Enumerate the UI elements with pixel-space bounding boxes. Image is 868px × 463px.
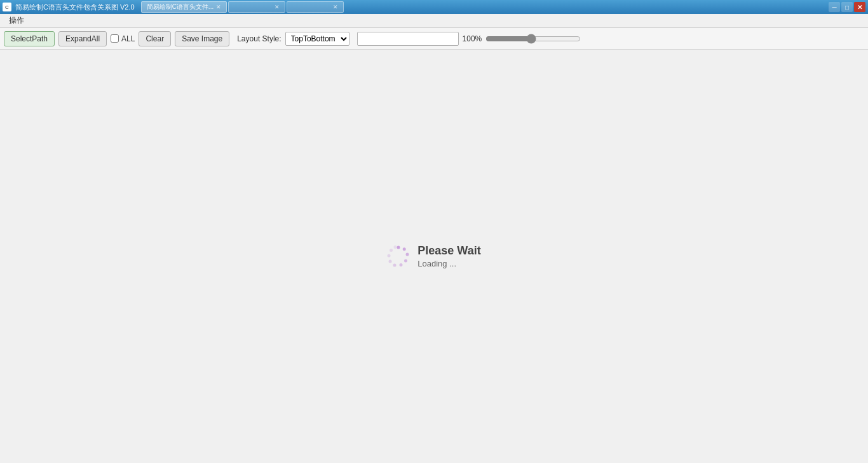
svg-point-1 [403,247,406,251]
loading-spinner [387,245,410,268]
title-bar-left: C 简易绘制C语言头文件包含关系图 V2.0 [3,3,135,12]
taskbar-item-2[interactable]: ✕ [287,1,344,13]
expand-all-button[interactable]: ExpandAll [58,31,107,46]
taskbar-item-label-2 [292,3,330,11]
svg-point-8 [390,249,393,252]
taskbar-item-0[interactable]: 简易绘制C语言头文件... ✕ [141,1,227,13]
loading-title: Please Wait [417,244,480,258]
taskbar-item-label-0: 简易绘制C语言头文件... [147,3,214,11]
all-checkbox-label[interactable]: ALL [111,34,135,43]
taskbar-close-1[interactable]: ✕ [275,4,280,10]
close-button[interactable]: ✕ [854,2,865,12]
loading-overlay: Please Wait Loading ... [387,244,480,268]
select-path-button[interactable]: SelectPath [4,31,55,46]
svg-point-9 [394,245,397,249]
loading-subtitle: Loading ... [417,259,480,268]
app-title: 简易绘制C语言头文件包含关系图 V2.0 [15,3,135,12]
taskbar-close-0[interactable]: ✕ [216,4,221,10]
main-canvas: Please Wait Loading ... [0,50,868,463]
title-bar: C 简易绘制C语言头文件包含关系图 V2.0 简易绘制C语言头文件... ✕ ✕… [0,0,868,14]
search-input[interactable] [357,32,459,46]
window-controls: ─ □ ✕ [829,2,865,12]
svg-point-5 [393,264,397,267]
svg-point-4 [400,263,403,266]
all-checkbox[interactable] [111,34,119,43]
zoom-slider[interactable] [485,32,581,45]
svg-point-3 [404,259,407,263]
taskbar: 简易绘制C语言头文件... ✕ ✕ ✕ [141,1,829,13]
minimize-button[interactable]: ─ [829,2,840,12]
svg-point-7 [388,254,391,258]
menu-bar: 操作 [0,14,868,28]
zoom-label: 100% [463,34,482,43]
svg-point-6 [389,260,392,263]
clear-button[interactable]: Clear [139,31,171,46]
taskbar-close-2[interactable]: ✕ [333,4,338,10]
maximize-button[interactable]: □ [841,2,853,12]
app-icon: C [3,3,11,11]
taskbar-item-1[interactable]: ✕ [228,1,285,13]
all-label: ALL [121,34,135,43]
svg-point-2 [406,253,409,256]
svg-point-0 [397,246,400,249]
taskbar-item-label-1 [234,3,272,11]
toolbar: SelectPath ExpandAll ALL Clear Save Imag… [0,28,868,50]
layout-style-label: Layout Style: [237,34,281,43]
save-image-button[interactable]: Save Image [175,31,229,46]
loading-text-container: Please Wait Loading ... [417,244,480,268]
layout-style-select[interactable]: TopToBottom LeftToRight BottomToTop Righ… [285,32,349,46]
menu-item-operations[interactable]: 操作 [4,13,29,28]
